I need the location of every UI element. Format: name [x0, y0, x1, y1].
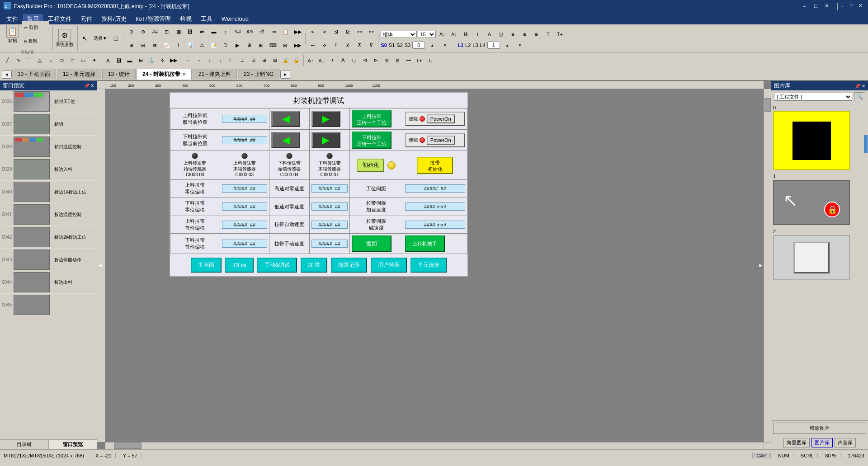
image-tool-btn[interactable]: 🖼	[113, 54, 124, 67]
underline2-btn[interactable]: U	[349, 54, 359, 67]
text-size2-btn[interactable]: T-	[425, 54, 435, 67]
font-ref2-btn[interactable]: A↓	[316, 54, 327, 67]
arrow4-btn[interactable]: ↓	[215, 54, 226, 67]
display-pr1c6[interactable]: #####. ##	[405, 184, 465, 193]
init-button[interactable]: 初始化	[357, 159, 384, 172]
image-lib-btn[interactable]: 图片库	[811, 438, 833, 447]
align-text-center-btn[interactable]: ≡	[519, 28, 530, 41]
rect-select-button[interactable]: □	[110, 32, 121, 45]
font-larger-btn[interactable]: A↑	[437, 28, 448, 41]
align-text-right-btn[interactable]: ≡	[531, 28, 542, 41]
align-text-left-btn[interactable]: ≡	[507, 28, 518, 41]
valign-m-btn[interactable]: ⊶	[403, 54, 414, 67]
font-ref-btn[interactable]: A↑	[305, 54, 316, 67]
move-btn[interactable]: ⊞	[126, 39, 137, 52]
right-panel-float-btn[interactable]: 📌	[855, 84, 860, 89]
preview-item-0045[interactable]: 0045	[0, 294, 97, 316]
l-up-btn[interactable]: ▲	[502, 43, 513, 47]
tab-23[interactable]: 23 - 上料NG	[238, 69, 279, 80]
left-panel-float-btn[interactable]: 📌	[84, 83, 90, 88]
left-panel-close-btn[interactable]: ✕	[90, 83, 94, 88]
canvas-area[interactable]: 100 200 300 400 500 600 700 800 900 1000…	[97, 81, 771, 449]
fit-btn[interactable]: ⊡	[248, 54, 259, 67]
center-v-btn[interactable]: ⊥	[237, 54, 248, 67]
arrow3-btn[interactable]: ↑	[204, 54, 215, 67]
more2-btn[interactable]: ▶▶	[292, 39, 303, 52]
anchor-btn[interactable]: ⚓	[146, 54, 157, 67]
font-size-select[interactable]: 15	[418, 31, 436, 38]
canvas-scrollbar-h[interactable]	[105, 442, 764, 449]
draw-polyline-btn[interactable]: ⌒	[24, 54, 34, 67]
s-value-input[interactable]	[412, 42, 425, 49]
s-up-btn[interactable]: ▲	[427, 43, 438, 47]
vertical-text-btn[interactable]: T	[542, 28, 553, 41]
minimize-btn[interactable]: －	[799, 3, 810, 10]
keypad-btn[interactable]: ⌨	[267, 39, 279, 52]
stretch-btn[interactable]: ⊞	[259, 54, 269, 67]
power-on-r1[interactable]: 使能 PowerOn	[405, 112, 465, 126]
display-r1c2[interactable]: #####. ##	[222, 115, 268, 123]
tab-nav-left[interactable]: ◄	[2, 70, 12, 79]
ascii-input-btn[interactable]: A✎	[244, 25, 256, 38]
select-tool-button[interactable]: ↖	[80, 32, 90, 45]
display-pr2c4[interactable]: #####. ##	[311, 202, 348, 211]
trend-btn[interactable]: 📈	[161, 39, 172, 52]
draw-star-btn[interactable]: ✦	[89, 54, 99, 67]
preview-item-0040[interactable]: 0040 折边1#折边工位	[0, 181, 97, 203]
display-pr3c6[interactable]: #### mm/	[405, 221, 465, 229]
text-tool-btn[interactable]: A	[103, 54, 113, 67]
font-select[interactable]: 楷体	[381, 31, 417, 38]
inner-restore-btn[interactable]: □	[848, 3, 855, 10]
valign-b-btn[interactable]: T+	[414, 54, 425, 67]
arrow-left-r2[interactable]: ◀	[271, 132, 300, 148]
color2-btn[interactable]: A̲	[338, 54, 349, 67]
draw-polygon-btn[interactable]: △	[34, 54, 45, 67]
pic-btn-btn[interactable]: 🖼	[185, 25, 196, 38]
maximize-btn[interactable]: □	[811, 3, 820, 10]
data-history-btn[interactable]: 📊	[185, 39, 196, 52]
img-lib-thumb-2[interactable]	[773, 235, 850, 280]
more3-btn[interactable]: ▶▶	[168, 54, 179, 67]
tab-13[interactable]: 13 - 统计	[102, 69, 136, 80]
img-lib-thumb-1[interactable]: ↖ 🔒	[773, 180, 850, 225]
page-nav-right[interactable]: ►	[758, 262, 764, 268]
dist-v-btn[interactable]: ⊹	[319, 39, 330, 52]
menu-tools[interactable]: 工具	[196, 14, 217, 24]
arrow-right-r2[interactable]: ▶	[311, 132, 340, 148]
recipe-btn[interactable]: 📋	[280, 25, 291, 38]
l-value-input[interactable]	[487, 42, 500, 49]
table-btn[interactable]: ⊞	[280, 39, 291, 52]
font-bold-btn[interactable]: B	[460, 28, 471, 41]
draw-roundrect-btn[interactable]: ▭	[78, 54, 89, 67]
font-italic-btn[interactable]: I	[472, 28, 483, 41]
upper-belt-forward-btn[interactable]: 上料拉带正转一个工位	[352, 110, 392, 127]
xycurve-btn[interactable]: ⌇	[173, 39, 184, 52]
nav-fault-log[interactable]: 故障记录	[331, 258, 367, 273]
image-lib-dropdown[interactable]: [ 工程文件 ]	[774, 93, 852, 101]
slider-btn[interactable]: ▬	[208, 25, 219, 38]
nav-manual-debug[interactable]: 手动&调试	[257, 258, 297, 273]
more-btn[interactable]: ▶▶	[292, 25, 304, 38]
tab-10[interactable]: 10 - 开机画面	[12, 69, 56, 80]
num-input-btn[interactable]: ✎#	[232, 25, 243, 38]
num-display-btn[interactable]: ##	[150, 25, 160, 38]
remove-image-btn[interactable]: 移除图片	[773, 423, 866, 434]
group2-btn[interactable]: ⊹	[157, 54, 168, 67]
op-log-btn[interactable]: 🗒	[220, 39, 231, 52]
preview-item-0042[interactable]: 0042 折边2#折边工位	[0, 226, 97, 249]
bit-btn-btn[interactable]: ⊡	[161, 25, 172, 38]
arrow1-btn[interactable]: ←	[183, 54, 193, 67]
menu-weincloud[interactable]: Weincloud	[217, 14, 253, 23]
event-btn[interactable]: 📝	[208, 39, 219, 52]
image-search-btn[interactable]: 🔍	[854, 92, 865, 101]
display-pr4c4[interactable]: #####. ##	[311, 240, 348, 248]
bit-lamp-btn[interactable]: ⊙	[126, 25, 137, 38]
draw-line-btn[interactable]: ╱	[2, 54, 13, 67]
arrow-right-r1[interactable]: ▶	[311, 111, 340, 127]
tab-nav-right[interactable]: ►	[280, 70, 290, 79]
sound-lib-btn[interactable]: 声音库	[835, 438, 856, 447]
lower-belt-forward-btn[interactable]: 下料拉带正转一个工位	[352, 132, 392, 149]
draw-curve-btn[interactable]: ∿	[13, 54, 24, 67]
center-h-btn[interactable]: ⊢	[226, 54, 237, 67]
data-xfer-btn[interactable]: ⇒	[269, 25, 279, 38]
